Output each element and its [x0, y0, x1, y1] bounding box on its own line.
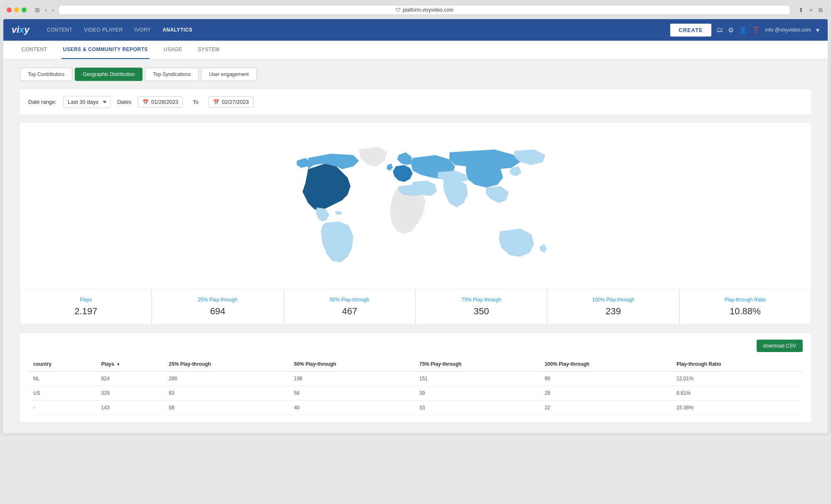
user-icon[interactable]: 👤 — [739, 26, 747, 34]
col-ratio: Play-through Ratio — [671, 357, 803, 372]
url-text: platform.vixyvideo.com — [403, 7, 454, 13]
scandinavia-path — [397, 152, 413, 165]
cell-ratio: 8.81% — [671, 386, 803, 401]
stat-pt75: 75% Play-through 350 — [416, 289, 547, 325]
cell-plays: 824 — [96, 372, 164, 386]
download-csv-button[interactable]: download CSV — [757, 340, 803, 352]
to-date-value: 02/27/2023 — [222, 99, 249, 105]
subnav-usage[interactable]: USAGE — [162, 41, 184, 59]
col-plays[interactable]: Plays ▾ — [96, 357, 164, 372]
to-date-input[interactable]: 📅 02/27/2023 — [209, 96, 253, 108]
back-button[interactable]: ‹ — [43, 6, 49, 14]
col-pt25: 25% Play-through — [164, 357, 289, 372]
share-button[interactable]: ⬆ — [797, 6, 805, 14]
southeast-asia-path — [486, 186, 509, 203]
table-header-row: download CSV — [28, 340, 803, 352]
stat-pt75-value: 350 — [424, 306, 538, 317]
stat-ratio-label: Play-through Ratio — [688, 297, 802, 303]
table-row: NL 824 286 196 151 99 12.01% — [28, 372, 803, 386]
forward-button[interactable]: › — [50, 6, 56, 14]
logo[interactable]: vixy — [12, 24, 30, 35]
col-pt100: 100% Play-through — [540, 357, 671, 372]
date-range-label: Date range: — [28, 99, 57, 105]
create-button[interactable]: CREATE — [670, 24, 711, 37]
stat-plays: Plays 2.197 — [20, 289, 152, 325]
tab-view-button[interactable]: ⊞ — [33, 6, 42, 14]
stat-ratio: Play-through Ratio 10.88% — [679, 289, 811, 325]
table-row: - 143 58 40 33 22 15.38% — [28, 401, 803, 415]
tab-top-contributors[interactable]: Top Contributors — [20, 68, 72, 81]
tab-geographic-distribution[interactable]: Geographic Distribution — [75, 68, 143, 81]
col-country: country — [28, 357, 96, 372]
cell-pt50: 196 — [289, 372, 414, 386]
stat-ratio-value: 10.88% — [688, 306, 802, 317]
nav-content[interactable]: CONTENT — [42, 24, 78, 35]
stat-pt75-label: 75% Play-through — [424, 297, 538, 303]
from-date-input[interactable]: 📅 01/28/2023 — [138, 96, 183, 108]
maximize-button[interactable] — [22, 7, 27, 12]
user-email: info @vixyvideo.com — [765, 27, 811, 33]
cell-pt50: 40 — [289, 401, 414, 415]
stat-pt25: 25% Play-through 694 — [152, 289, 283, 325]
new-zealand-path — [540, 244, 547, 252]
subnav-users-community[interactable]: USERS & COMMUNITY REPORTS — [61, 41, 150, 59]
cell-country: - — [28, 401, 96, 415]
subnav-content[interactable]: CONTENT — [20, 41, 49, 59]
data-table-container: download CSV country Plays ▾ 25% Play-th… — [20, 333, 811, 422]
settings-icon[interactable]: ⚙ — [728, 26, 734, 34]
subnav-system[interactable]: SYSTEM — [196, 41, 221, 59]
nav-video-player[interactable]: VIDEO PLAYER — [79, 24, 128, 35]
uk-path — [387, 164, 393, 171]
nav-ivory[interactable]: IVORY — [130, 24, 156, 35]
sidebar-button[interactable]: ⧉ — [817, 6, 824, 15]
stats-row: Plays 2.197 25% Play-through 694 50% Pla… — [20, 289, 811, 325]
dropdown-icon[interactable]: ▾ — [816, 26, 819, 34]
table-row: US 329 83 56 39 29 8.81% — [28, 386, 803, 401]
cell-pt75: 39 — [414, 386, 539, 401]
date-range-select[interactable]: Last 30 days Last 7 days Last 90 days Cu… — [63, 96, 111, 108]
cell-pt100: 99 — [540, 372, 671, 386]
content-area: Top Contributors Geographic Distribution… — [3, 59, 828, 433]
shield-icon: 🛡 — [396, 7, 401, 13]
address-bar[interactable]: 🛡 platform.vixyvideo.com — [59, 5, 790, 15]
folder-icon[interactable]: 🗂 — [716, 26, 723, 34]
help-icon[interactable]: ❓ — [752, 26, 760, 34]
cell-pt25: 286 — [164, 372, 289, 386]
minimize-button[interactable] — [14, 7, 19, 12]
australia-path — [499, 228, 534, 257]
cell-pt25: 83 — [164, 386, 289, 401]
stat-pt50-label: 50% Play-through — [293, 297, 407, 303]
cell-country: NL — [28, 372, 96, 386]
sub-navbar: CONTENT USERS & COMMUNITY REPORTS USAGE … — [3, 41, 828, 59]
table-body: NL 824 286 196 151 99 12.01% US 329 83 5… — [28, 372, 803, 415]
caribbean-path — [335, 211, 342, 215]
greenland-path — [359, 147, 387, 166]
cell-ratio: 15.38% — [671, 401, 803, 415]
tab-bar: Top Contributors Geographic Distribution… — [20, 68, 811, 81]
south-america-path — [321, 221, 353, 262]
nav-links: CONTENT VIDEO PLAYER IVORY ANALYTICS — [42, 24, 670, 35]
close-button[interactable] — [7, 7, 12, 12]
world-map-svg — [32, 135, 799, 276]
date-to-label: To — [189, 99, 202, 105]
stat-pt100-value: 239 — [556, 306, 670, 317]
japan-path — [509, 166, 521, 176]
cell-plays: 329 — [96, 386, 164, 401]
stat-pt100: 100% Play-through 239 — [547, 289, 679, 325]
table-header: country Plays ▾ 25% Play-through 50% Pla… — [28, 357, 803, 372]
filter-row: Date range: Last 30 days Last 7 days Las… — [20, 89, 811, 115]
world-map — [32, 135, 799, 276]
cell-pt75: 151 — [414, 372, 539, 386]
col-pt50: 50% Play-through — [289, 357, 414, 372]
cell-country: US — [28, 386, 96, 401]
mexico-path — [316, 207, 329, 221]
nav-analytics[interactable]: ANALYTICS — [157, 24, 197, 35]
tab-user-engagement[interactable]: User engagement — [201, 68, 256, 81]
stat-pt50: 50% Play-through 467 — [284, 289, 416, 325]
cell-ratio: 12.01% — [671, 372, 803, 386]
stat-pt25-value: 694 — [160, 306, 275, 317]
new-tab-button[interactable]: + — [808, 6, 814, 14]
tab-top-syndications[interactable]: Top Syndications — [145, 68, 199, 81]
from-date-value: 01/28/2023 — [151, 99, 178, 105]
col-pt75: 75% Play-through — [414, 357, 539, 372]
